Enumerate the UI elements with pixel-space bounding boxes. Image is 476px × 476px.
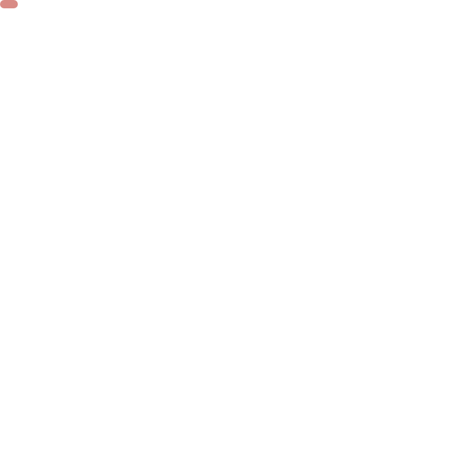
- bottleneck-chart: [0, 0, 476, 476]
- optimal-marker: [0, 0, 18, 8]
- chart-frame: [0, 0, 476, 476]
